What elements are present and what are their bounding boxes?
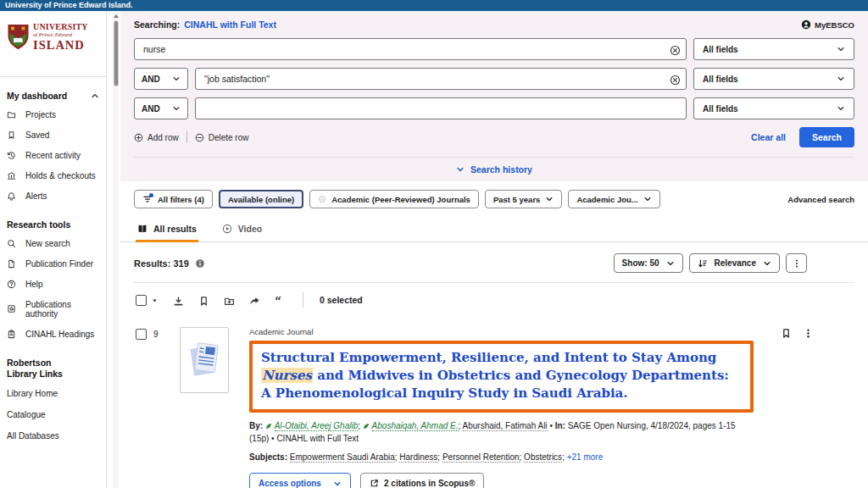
results-options-kebab[interactable] [786, 253, 807, 273]
operator-select-3[interactable]: AND [134, 97, 188, 119]
search-term-highlight: Nurses [261, 368, 313, 383]
sidebar-item-saved[interactable]: Saved [7, 125, 99, 145]
top-bar: University of Prince Edward Island. [0, 0, 868, 11]
database-link[interactable]: CINAHL with Full Text [184, 19, 276, 30]
clear-all-link[interactable]: Clear all [751, 132, 786, 142]
save-result-button[interactable] [779, 324, 793, 341]
vertical-scrollbar[interactable] [113, 13, 119, 488]
sidebar-item-new-search[interactable]: New search [7, 233, 99, 253]
cite-button[interactable]: “ [275, 294, 287, 306]
sidebar-section-my-dashboard[interactable]: My dashboard [7, 91, 99, 101]
save-items-button[interactable] [198, 294, 209, 306]
share-icon [249, 296, 260, 307]
chevron-down-icon [763, 259, 771, 268]
scrollbar-up-arrow[interactable] [114, 14, 119, 18]
filter-date-range[interactable]: Past 5 years [485, 190, 562, 208]
external-link-icon [370, 479, 379, 488]
delete-row-button[interactable]: Delete row [195, 133, 249, 142]
selected-count: 0 selected [320, 295, 363, 305]
result-byline: By: Al-Otaibi, Areej Ghalib; Aboshaiqah,… [249, 419, 779, 432]
operator-select-2[interactable]: AND [134, 68, 188, 90]
sidebar-item-library-home[interactable]: Library Home [7, 383, 99, 404]
sidebar-item-catalogue[interactable]: Catalogue [7, 404, 99, 425]
clear-input-1-icon[interactable] [670, 44, 681, 55]
sidebar-item-all-databases[interactable]: All Databases [7, 425, 99, 446]
chevron-down-icon [643, 195, 652, 203]
sidebar-item-cinahl-headings[interactable]: CINAHL Headings [7, 324, 99, 344]
search-term-input-3[interactable] [195, 97, 687, 119]
advanced-search-link[interactable]: Advanced search [787, 195, 854, 204]
author-link[interactable]: Al-Otaibi, Areej Ghalib [275, 421, 359, 431]
clear-input-2-icon[interactable] [670, 74, 681, 85]
field-select-1[interactable]: All fields [693, 38, 854, 60]
filter-available-online[interactable]: Available (online) [219, 190, 303, 208]
subject-link[interactable]: Obstetrics [524, 452, 562, 463]
filter-source-type[interactable]: Academic Jou... [568, 190, 659, 208]
sidebar-item-publications-authority[interactable]: Publications authority [7, 294, 99, 324]
filter-icon [142, 194, 153, 204]
sidebar: UNIVERSITY of Prince Edward ISLAND My da… [0, 11, 107, 488]
history-icon [7, 151, 16, 160]
sort-icon [698, 258, 708, 269]
sort-select[interactable]: Relevance [689, 253, 780, 273]
search-history-link[interactable]: Search history [134, 164, 854, 175]
info-icon[interactable] [195, 258, 205, 269]
sidebar-item-alerts[interactable]: Alerts [7, 186, 99, 206]
tab-video[interactable]: Video [220, 217, 264, 242]
result-checkbox[interactable] [136, 329, 147, 340]
subject-link[interactable]: Personnel Retention [442, 452, 520, 463]
search-row-2: AND All fields [134, 68, 854, 90]
chevron-down-icon [172, 104, 181, 113]
share-button[interactable] [249, 294, 260, 306]
author-link[interactable]: Aboshaiqah, Ahmad E. [372, 421, 459, 431]
chevron-up-icon [91, 92, 99, 100]
kebab-icon [792, 258, 802, 269]
sidebar-item-projects[interactable]: Projects [7, 104, 99, 125]
myebsco-button[interactable]: MyEBSCO [801, 19, 854, 30]
upei-logo[interactable]: UNIVERSITY of Prince Edward ISLAND [5, 11, 101, 56]
result-thumbnail[interactable] [180, 327, 229, 393]
author-link[interactable]: Aburshaid, Fatimah Ali [463, 421, 548, 431]
results-tabs: All results Video [120, 217, 868, 242]
author-profile-icon [265, 423, 272, 430]
download-button[interactable] [173, 294, 184, 306]
sidebar-item-holds-checkouts[interactable]: Holds & checkouts [7, 165, 99, 186]
sidebar-nav: My dashboard Projects Saved Recent activ… [5, 77, 101, 450]
user-icon [801, 19, 811, 30]
search-row-3: AND All fields [134, 97, 854, 119]
show-per-page-select[interactable]: Show: 50 [614, 253, 683, 273]
result-title-link[interactable]: Structural Empowerment, Resilience, and … [261, 349, 742, 402]
filters-bar: All filters (4) Available (online) Acade… [120, 181, 868, 217]
all-filters-button[interactable]: All filters (4) [134, 190, 213, 208]
sidebar-item-publication-finder[interactable]: Publication Finder [7, 253, 99, 274]
folder-add-icon [224, 296, 235, 307]
scrollbar-thumb[interactable] [114, 20, 119, 86]
search-term-input-2[interactable] [195, 68, 687, 90]
subject-link[interactable]: Empowerment Saudi Arabia [290, 452, 395, 463]
institution-banner: University of Prince Edward Island. [5, 1, 133, 9]
sidebar-item-help[interactable]: Help [7, 274, 99, 294]
field-select-2[interactable]: All fields [693, 68, 854, 90]
field-select-3[interactable]: All fields [693, 97, 854, 119]
search-button[interactable]: Search [799, 127, 854, 147]
filter-peer-reviewed[interactable]: Academic (Peer-Reviewed) Journals [309, 190, 479, 208]
chevron-down-icon [666, 259, 675, 268]
book-icon [137, 224, 147, 234]
scopus-citations-button[interactable]: 2 citations in Scopus® [360, 473, 484, 488]
subject-link[interactable]: Hardiness [399, 452, 437, 463]
chevron-down-icon [545, 195, 554, 203]
add-row-button[interactable]: Add row [134, 133, 179, 142]
add-to-project-button[interactable] [224, 294, 235, 306]
more-subjects-link[interactable]: +21 more [567, 452, 604, 462]
sidebar-item-recent-activity[interactable]: Recent activity [7, 145, 99, 165]
search-term-input-1[interactable] [134, 38, 687, 60]
svg-text:“: “ [275, 296, 281, 307]
caret-down-icon[interactable] [151, 297, 159, 304]
access-options-button[interactable]: Access options [249, 473, 351, 488]
select-all-checkbox[interactable] [136, 295, 147, 306]
chevron-down-icon [333, 480, 342, 488]
main-content: Searching: CINAHL with Full Text MyEBSCO… [120, 11, 868, 488]
result-options-kebab[interactable] [801, 324, 815, 341]
search-panel: Searching: CINAHL with Full Text MyEBSCO… [120, 11, 868, 181]
tab-all-results[interactable]: All results [136, 217, 198, 242]
